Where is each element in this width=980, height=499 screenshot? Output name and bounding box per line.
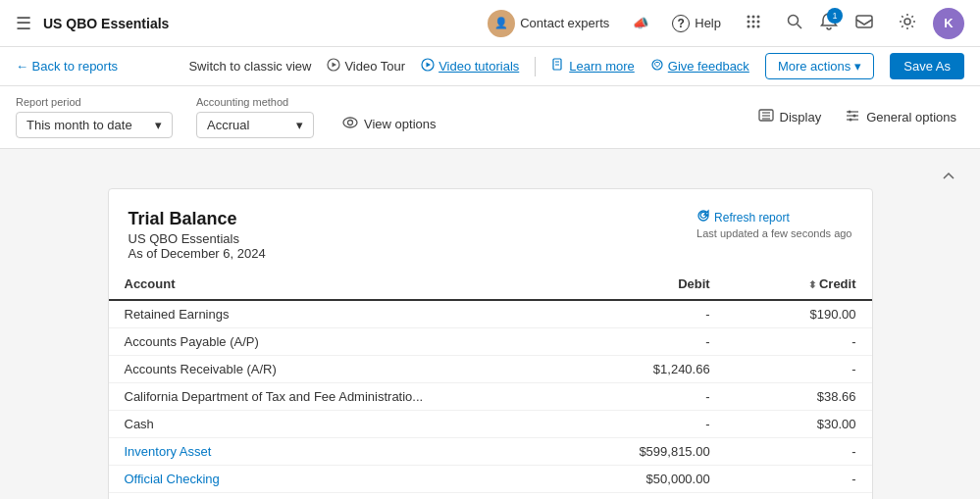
user-avatar[interactable]: K bbox=[933, 8, 964, 39]
contact-avatar: 👤 bbox=[488, 10, 515, 37]
sliders-icon bbox=[845, 108, 860, 126]
svg-marker-16 bbox=[427, 63, 432, 68]
accounting-method-group: Accounting method Accrual ▾ bbox=[196, 96, 314, 138]
svg-point-12 bbox=[904, 19, 910, 25]
video-tutorials-icon bbox=[421, 58, 435, 75]
table-row: Cash-$30.00 bbox=[109, 411, 872, 438]
credit-cell: - bbox=[726, 328, 872, 356]
svg-point-32 bbox=[850, 119, 852, 122]
table-row: Inventory Asset$599,815.00- bbox=[109, 438, 872, 466]
inbox-button[interactable] bbox=[847, 8, 882, 38]
credit-cell: $30.00 bbox=[726, 411, 872, 438]
apps-grid-icon bbox=[745, 13, 762, 33]
table-row: Opening balance equity-$650,000.00 bbox=[109, 493, 872, 500]
svg-marker-14 bbox=[333, 63, 337, 68]
save-as-button[interactable]: Save As bbox=[890, 53, 964, 79]
app-title: US QBO Essentials bbox=[43, 16, 169, 31]
give-feedback-link[interactable]: Give feedback bbox=[650, 58, 749, 75]
report-title: Trial Balance bbox=[129, 209, 266, 229]
more-actions-label: More actions bbox=[778, 59, 851, 74]
display-button[interactable]: Display bbox=[750, 104, 830, 130]
switch-classic-view-link[interactable]: Switch to classic view bbox=[188, 59, 311, 74]
account-cell: California Department of Tax and Fee Adm… bbox=[109, 383, 580, 411]
view-options-button[interactable]: View options bbox=[337, 110, 440, 138]
apps-button[interactable] bbox=[737, 9, 770, 37]
learn-more-link[interactable]: Learn more bbox=[551, 58, 634, 75]
contact-experts-button[interactable]: 👤 Contact experts bbox=[480, 6, 617, 41]
help-button[interactable]: ? Help bbox=[664, 11, 729, 36]
accounting-method-select[interactable]: Accrual ▾ bbox=[196, 112, 314, 138]
trial-balance-table: Account Debit ⬍ Credit Retained Earnings… bbox=[109, 269, 872, 499]
account-cell[interactable]: Official Checking bbox=[109, 466, 580, 493]
debit-cell: - bbox=[580, 411, 726, 438]
account-cell: Opening balance equity bbox=[109, 493, 580, 500]
refresh-section: Refresh report Last updated a few second… bbox=[696, 209, 851, 239]
svg-point-1 bbox=[752, 16, 755, 19]
top-nav-left: ☰ US QBO Essentials bbox=[16, 13, 169, 34]
help-circle-icon: ? bbox=[672, 15, 690, 32]
eye-icon bbox=[342, 115, 358, 133]
video-tutorials-link[interactable]: Video tutorials bbox=[421, 58, 519, 75]
credit-column-header[interactable]: ⬍ Credit bbox=[726, 269, 872, 300]
collapse-toolbar-button[interactable] bbox=[16, 165, 964, 188]
account-column-header: Account bbox=[109, 269, 580, 300]
svg-point-30 bbox=[849, 111, 851, 114]
account-cell: Accounts Receivable (A/R) bbox=[109, 356, 580, 383]
settings-button[interactable] bbox=[890, 8, 925, 38]
table-row: Accounts Receivable (A/R)$1,240.66- bbox=[109, 356, 872, 383]
debit-column-header[interactable]: Debit bbox=[580, 269, 726, 300]
debit-cell: - bbox=[580, 300, 726, 328]
debit-cell: $1,240.66 bbox=[580, 356, 726, 383]
credit-cell: - bbox=[726, 466, 872, 493]
svg-point-5 bbox=[757, 21, 760, 24]
back-to-reports-link[interactable]: ← Back to reports bbox=[16, 59, 118, 74]
help-label: Help bbox=[695, 16, 721, 30]
svg-point-20 bbox=[652, 60, 662, 70]
notification-bell-wrapper[interactable]: 1 bbox=[819, 12, 839, 34]
general-options-label: General options bbox=[866, 110, 956, 125]
refresh-report-label: Refresh report bbox=[714, 211, 790, 225]
debit-cell: $50,000.00 bbox=[580, 466, 726, 493]
refresh-icon bbox=[696, 209, 710, 225]
video-tour-label: Video Tour bbox=[344, 59, 405, 74]
table-row: Retained Earnings-$190.00 bbox=[109, 300, 872, 328]
sub-navigation: ← Back to reports Switch to classic view… bbox=[0, 47, 980, 86]
report-toolbar: Report period This month to date ▾ Accou… bbox=[0, 86, 980, 149]
search-button[interactable] bbox=[778, 9, 811, 37]
svg-point-21 bbox=[343, 118, 357, 127]
main-content: Trial Balance US QBO Essentials As of De… bbox=[0, 149, 980, 499]
report-period-select[interactable]: This month to date ▾ bbox=[16, 112, 173, 138]
display-icon bbox=[758, 108, 774, 126]
more-actions-button[interactable]: More actions ▾ bbox=[765, 53, 874, 79]
credit-cell: $38.66 bbox=[726, 383, 872, 411]
svg-line-10 bbox=[798, 25, 802, 29]
account-cell: Cash bbox=[109, 411, 580, 438]
search-icon bbox=[786, 13, 803, 33]
video-tour-link[interactable]: Video Tour bbox=[327, 58, 405, 75]
general-options-button[interactable]: General options bbox=[837, 104, 964, 130]
debit-cell: $599,815.00 bbox=[580, 438, 726, 466]
svg-point-31 bbox=[853, 115, 856, 118]
toolbar-right: Display General options bbox=[750, 104, 964, 130]
account-cell: Accounts Payable (A/P) bbox=[109, 328, 580, 356]
megaphone-button[interactable]: 📣 bbox=[625, 12, 656, 34]
report-period-label: Report period bbox=[16, 96, 173, 108]
chevron-down-icon: ▾ bbox=[155, 118, 162, 132]
refresh-report-button[interactable]: Refresh report bbox=[696, 209, 851, 225]
debit-cell: - bbox=[580, 493, 726, 500]
report-table-wrapper: Account Debit ⬍ Credit Retained Earnings… bbox=[109, 269, 872, 499]
feedback-icon bbox=[650, 58, 664, 75]
svg-point-8 bbox=[757, 25, 760, 28]
top-navigation: ☰ US QBO Essentials 👤 Contact experts 📣 … bbox=[0, 0, 980, 47]
svg-point-6 bbox=[748, 25, 750, 28]
account-cell: Retained Earnings bbox=[109, 300, 580, 328]
account-cell[interactable]: Inventory Asset bbox=[109, 438, 580, 466]
notification-count-badge: 1 bbox=[827, 8, 843, 24]
sub-nav-right: Switch to classic view Video Tour Video … bbox=[188, 53, 964, 79]
table-row: California Department of Tax and Fee Adm… bbox=[109, 383, 872, 411]
hamburger-menu-icon[interactable]: ☰ bbox=[16, 13, 31, 34]
svg-point-9 bbox=[789, 16, 799, 25]
gear-icon bbox=[898, 12, 917, 34]
svg-point-3 bbox=[748, 21, 750, 24]
sub-nav-left: ← Back to reports bbox=[16, 59, 118, 74]
